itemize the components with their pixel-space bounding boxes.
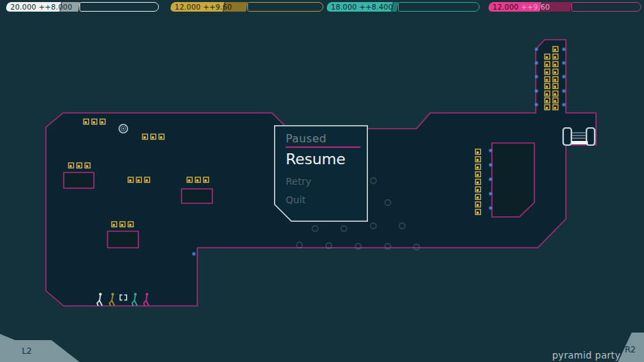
gold-piece-glint (70, 165, 72, 167)
hud-bar-empty (247, 2, 323, 12)
drone-icon-core (490, 207, 491, 209)
level-obstacle (64, 172, 94, 188)
drone-icon-core (536, 62, 537, 64)
hud-bar-score: 18.000 ++8.400 (331, 3, 393, 11)
level-obstacle (492, 143, 534, 217)
drone-icon-core (536, 49, 537, 50)
gold-piece-glint (205, 179, 207, 181)
gold-piece-glint (144, 136, 146, 138)
menu-item-resume[interactable]: Resume (286, 151, 345, 168)
level-name: pyramid party (552, 350, 621, 361)
menu-item-quit[interactable]: Quit (286, 194, 306, 205)
gold-piece-glint (546, 86, 548, 88)
pause-menu: Paused Resume Retry Quit (274, 125, 368, 222)
gold-piece-glint (554, 100, 556, 102)
gold-piece-glint (86, 165, 88, 167)
gold-piece-glint (546, 64, 548, 66)
gold-piece-glint (477, 166, 479, 168)
gold-piece-glint (85, 121, 87, 123)
level-obstacle (182, 189, 212, 203)
drone-icon-core (536, 76, 537, 77)
gold-piece-glint (477, 174, 479, 176)
hud-score-value: 18.000 (331, 3, 357, 11)
gold-piece-glint (554, 71, 556, 73)
gold-piece-glint (477, 196, 479, 198)
hud-bar-player-3: 18.000 ++8.400 (326, 2, 480, 12)
right-bumper-label: R2 (625, 345, 636, 354)
hud-bar-empty (79, 2, 159, 12)
gold-piece-glint (554, 49, 556, 51)
hud-score-value: 12.000 (493, 3, 519, 11)
drone-icon-core (563, 62, 565, 64)
gold-piece-glint (78, 165, 80, 167)
gold-piece-glint (546, 93, 548, 95)
pause-menu-title: Paused (286, 132, 327, 145)
gold-piece-glint (129, 179, 132, 181)
gold-piece-glint (546, 100, 548, 102)
gold-piece-glint (146, 179, 148, 181)
gold-piece-glint (554, 86, 556, 88)
gold-piece-glint (554, 79, 556, 81)
exit-door-band (571, 141, 588, 144)
gold-piece-glint (546, 71, 548, 73)
drone-icon-core (193, 253, 195, 255)
hud-bonus-value: ++8.000 (36, 3, 73, 11)
gold-piece-glint (160, 136, 162, 138)
gold-piece-glint (152, 136, 154, 138)
gold-piece-glint (477, 151, 479, 153)
drone-icon-core (490, 164, 491, 166)
drone-icon-core (563, 49, 565, 50)
gold-piece-glint (477, 189, 479, 191)
gold-piece-glint (477, 204, 479, 206)
hud-bonus-value: ++9.60 (519, 3, 550, 11)
hud-bar-player-4: 12.000 ++9.60 (488, 2, 641, 12)
drone-icon-core (490, 179, 491, 180)
hud-score-value: 20.000 (10, 3, 36, 11)
hud-bonus-value: ++8.400 (357, 3, 393, 11)
drone-icon-core (563, 104, 565, 105)
hud-bar-player-2: 12.000 ++9.60 (170, 2, 323, 12)
game-screen: 20.000 ++8.00012.000 ++9.6018.000 ++8.40… (0, 0, 644, 362)
gold-piece-glint (554, 107, 556, 109)
hud-bar-score: 20.000 ++8.000 (10, 3, 73, 11)
drone-icon-core (490, 150, 491, 151)
hud-bar-score: 12.000 ++9.60 (493, 3, 550, 11)
gold-piece-glint (101, 121, 103, 123)
gold-piece-glint (188, 179, 190, 181)
gold-piece-glint (197, 179, 199, 181)
drone-icon-core (563, 76, 565, 77)
menu-item-retry[interactable]: Retry (286, 176, 311, 187)
hud-bar-score: 12.000 ++9.60 (175, 3, 232, 11)
gold-piece-glint (546, 107, 548, 109)
gold-piece-glint (546, 79, 548, 81)
pause-menu-underline (286, 146, 360, 148)
hud-bonus-value: ++9.60 (201, 3, 232, 11)
gold-piece-glint (546, 56, 548, 58)
gold-piece-glint (554, 64, 556, 66)
hud-bar-player-1: 20.000 ++8.000 (5, 2, 159, 12)
hud-score-value: 12.000 (175, 3, 201, 11)
gold-piece-glint (477, 159, 479, 161)
drone-icon-core (490, 193, 491, 194)
left-bumper-label: L2 (22, 346, 32, 356)
gold-piece-glint (477, 181, 479, 183)
drone-icon-core (563, 90, 565, 92)
gold-piece-glint (138, 179, 140, 181)
switch-ring-dot (123, 128, 124, 129)
drone-icon-core (536, 90, 537, 92)
gold-piece-glint (121, 224, 123, 226)
gold-piece-glint (93, 121, 95, 123)
gold-piece-glint (129, 224, 132, 226)
hud-bar-empty (398, 2, 480, 12)
gold-piece-glint (554, 93, 556, 95)
gold-piece-glint (554, 56, 556, 58)
hud-bar-empty (571, 2, 641, 12)
level-obstacle (108, 231, 138, 248)
gold-piece-glint (477, 211, 479, 214)
drone-icon-core (536, 104, 537, 105)
gold-piece-glint (113, 224, 115, 226)
